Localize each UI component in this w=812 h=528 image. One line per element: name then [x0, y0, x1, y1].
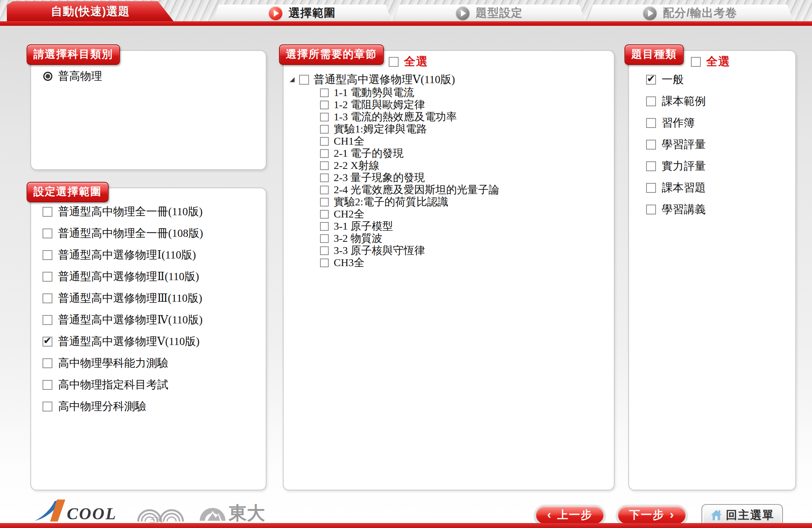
chapter-row[interactable]: ✔ 2-4 光電效應及愛因斯坦的光量子論: [320, 184, 499, 195]
checkbox[interactable]: ✔: [646, 118, 656, 128]
tab-bar: 自動(快速)選題 選擇範圍 題型設定 配分/輸出考卷: [0, 0, 812, 26]
type-item-row[interactable]: ✔ 課本範例: [646, 96, 706, 107]
checkbox[interactable]: ✔: [43, 380, 52, 390]
chapter-label: CH2全: [334, 209, 364, 219]
range-item-row[interactable]: ✔ 高中物理指定科目考試: [43, 379, 168, 390]
type-item-row[interactable]: ✔ 一般: [646, 74, 684, 85]
chapter-row[interactable]: ✔ 3-3 原子核與守恆律: [320, 245, 425, 256]
checkbox[interactable]: ✔: [320, 88, 329, 97]
range-item-row[interactable]: ✔ 普通型高中選修物理Ⅳ(110版): [43, 314, 203, 325]
checkbox[interactable]: ✔: [320, 113, 329, 121]
home-icon: [710, 509, 723, 522]
next-step-label: 下一步: [629, 508, 664, 523]
chapter-row[interactable]: ✔ 1-2 電阻與歐姆定律: [320, 99, 425, 110]
chapter-row[interactable]: ✔ 3-2 物質波: [320, 233, 382, 244]
chapter-select-all[interactable]: ✔ 全選: [389, 54, 428, 69]
range-item-row[interactable]: ✔ 普通型高中選修物理Ⅴ(110版): [43, 336, 200, 347]
checkbox[interactable]: ✔: [389, 57, 399, 67]
tab-select-range[interactable]: 選擇範圍: [213, 5, 392, 22]
checkbox[interactable]: ✔: [43, 358, 52, 368]
radio-button[interactable]: [43, 72, 52, 81]
chapter-label: 1-1 電動勢與電流: [334, 87, 414, 98]
chapter-label: 1-3 電流的熱效應及電功率: [334, 112, 457, 122]
checkbox[interactable]: ✔: [320, 234, 329, 243]
type-item-label: 習作簿: [662, 117, 695, 128]
chapter-row[interactable]: ✔ 實驗1:姆定律與電路: [320, 124, 427, 134]
type-item-row[interactable]: ✔ 實力評量: [646, 161, 706, 172]
range-item-row[interactable]: ✔ 普通型高中物理全一冊(108版): [43, 228, 203, 239]
chapter-row[interactable]: ✔ 2-2 X射線: [320, 160, 380, 171]
chapter-row[interactable]: ✔ CH2全: [320, 209, 364, 219]
chapter-label: 實驗1:姆定律與電路: [334, 124, 427, 134]
checkbox[interactable]: ✔: [43, 402, 52, 411]
chapter-row[interactable]: ✔ 2-1 電子的發現: [320, 148, 404, 159]
dongda-logo: 東大: [197, 497, 265, 524]
range-item-row[interactable]: ✔ 高中物理學科能力測驗: [43, 358, 168, 369]
chapter-label: 1-2 電阻與歐姆定律: [334, 99, 425, 110]
checkbox[interactable]: ✔: [646, 96, 656, 106]
range-item-label: 普通型高中物理全一冊(108版): [58, 228, 203, 239]
chapter-row[interactable]: ✔ 1-1 電動勢與電流: [320, 87, 414, 98]
checkbox[interactable]: ✔: [320, 198, 329, 206]
checkbox[interactable]: ✔: [646, 161, 656, 171]
range-item-row[interactable]: ✔ 普通型高中選修物理Ⅰ(110版): [43, 249, 196, 260]
checkbox[interactable]: ✔: [320, 186, 329, 194]
range-item-label: 普通型高中選修物理Ⅰ(110版): [58, 249, 196, 260]
chapter-row[interactable]: ✔ 3-1 原子模型: [320, 221, 393, 232]
range-item-row[interactable]: ✔ 高中物理分科測驗: [43, 401, 146, 412]
checkbox[interactable]: ✔: [320, 161, 329, 170]
checkbox[interactable]: ✔: [691, 57, 701, 67]
tab-question-type-setting[interactable]: 題型設定: [393, 5, 585, 22]
tab-score-output-exam[interactable]: 配分/輸出考卷: [587, 5, 793, 22]
chapter-row[interactable]: ✔ 1-3 電流的熱效應及電功率: [320, 112, 457, 122]
checkbox[interactable]: ✔: [646, 205, 656, 214]
next-step-button[interactable]: 下一步 ›: [616, 505, 687, 525]
range-item-label: 普通型高中選修物理Ⅳ(110版): [58, 314, 203, 325]
type-item-label: 一般: [662, 74, 684, 85]
range-item-row[interactable]: ✔ 普通型高中選修物理Ⅲ(110版): [43, 293, 202, 304]
subject-panel-title-badge: 請選擇科目類別: [27, 44, 120, 65]
checkbox[interactable]: ✔: [320, 149, 329, 158]
range-item-label: 普通型高中選修物理Ⅴ(110版): [58, 336, 200, 347]
checkbox[interactable]: ✔: [43, 272, 52, 282]
type-item-row[interactable]: ✔ 學習評量: [646, 139, 706, 150]
tab-auto-quick-select[interactable]: 自動(快速)選題: [7, 1, 174, 22]
range-item-row[interactable]: ✔ 普通型高中選修物理Ⅱ(110版): [43, 271, 199, 282]
checkbox[interactable]: ✔: [43, 207, 52, 217]
range-item-row[interactable]: ✔ 普通型高中物理全一冊(110版): [43, 206, 203, 217]
chapter-row[interactable]: ✔ CH3全: [320, 257, 364, 268]
checkbox[interactable]: ✔: [299, 75, 309, 85]
type-item-row[interactable]: ✔ 習作簿: [646, 117, 695, 128]
tab-label: 配分/輸出考卷: [663, 5, 737, 21]
tree-expander-icon[interactable]: [290, 77, 295, 82]
checkbox[interactable]: ✔: [43, 293, 52, 303]
chapter-row[interactable]: ✔ 實驗2:電子的荷質比認識: [320, 197, 448, 207]
type-item-row[interactable]: ✔ 課本習題: [646, 182, 706, 193]
checkbox[interactable]: ✔: [646, 75, 656, 85]
checkbox[interactable]: ✔: [320, 173, 329, 182]
prev-step-button[interactable]: ‹ 上一步: [535, 505, 605, 525]
type-select-all[interactable]: ✔ 全選: [691, 54, 730, 69]
checkbox[interactable]: ✔: [320, 222, 329, 231]
type-item-label: 學習評量: [662, 139, 706, 150]
checkbox[interactable]: ✔: [320, 101, 329, 109]
checkbox[interactable]: ✔: [320, 246, 329, 255]
subject-option-label: 普高物理: [58, 71, 102, 82]
checkmark-icon: ✔: [647, 74, 655, 84]
checkbox[interactable]: ✔: [320, 210, 329, 219]
checkbox[interactable]: ✔: [43, 315, 52, 325]
checkbox[interactable]: ✔: [43, 337, 52, 347]
checkbox[interactable]: ✔: [43, 250, 52, 260]
checkbox[interactable]: ✔: [646, 183, 656, 193]
chapter-tree-root-row[interactable]: ✔ 普通型高中選修物理Ⅴ(110版): [290, 72, 455, 87]
checkbox[interactable]: ✔: [43, 229, 52, 238]
checkbox[interactable]: ✔: [320, 258, 329, 267]
select-all-label: 全選: [706, 54, 730, 69]
subject-option-row[interactable]: 普高物理: [43, 71, 102, 82]
chapter-row[interactable]: ✔ CH1全: [320, 136, 364, 147]
checkbox[interactable]: ✔: [646, 140, 656, 150]
chapter-row[interactable]: ✔ 2-3 量子現象的發現: [320, 172, 425, 183]
checkbox[interactable]: ✔: [320, 137, 329, 146]
checkbox[interactable]: ✔: [320, 125, 329, 134]
type-item-row[interactable]: ✔ 學習講義: [646, 204, 706, 215]
